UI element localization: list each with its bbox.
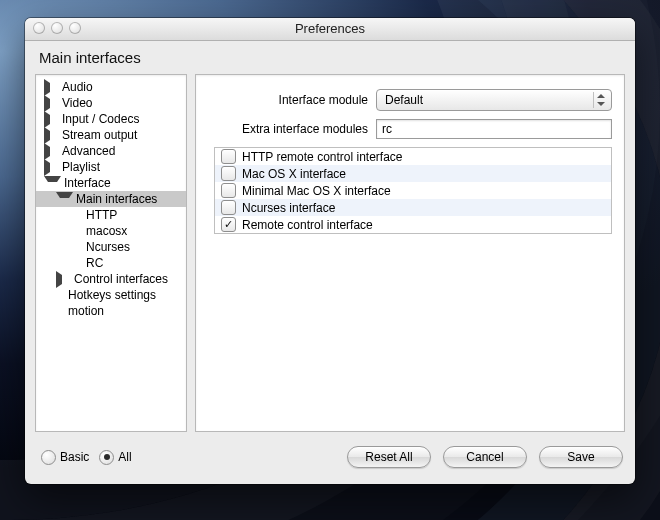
- checklist-row[interactable]: ✓Remote control interface: [215, 216, 611, 233]
- window-title: Preferences: [295, 21, 365, 36]
- tree-item[interactable]: Input / Codecs: [36, 111, 186, 127]
- preferences-window: Preferences Main interfaces AudioVideoIn…: [25, 18, 635, 484]
- tree-item-label: motion: [68, 304, 104, 318]
- tree-item[interactable]: Interface: [36, 175, 186, 191]
- settings-panel: Interface module Default Extra interface…: [195, 74, 625, 432]
- tree-item-label: Hotkeys settings: [68, 288, 156, 302]
- extra-modules-input[interactable]: [376, 119, 612, 139]
- tree-item-label: Interface: [64, 176, 111, 190]
- tree-item-label: Playlist: [62, 160, 100, 174]
- window-traffic-lights: [33, 22, 81, 34]
- disclosure-right-icon[interactable]: [44, 111, 59, 128]
- checkbox[interactable]: [221, 183, 236, 198]
- view-mode-group: Basic All: [35, 450, 132, 465]
- tree-item-label: Main interfaces: [76, 192, 157, 206]
- tree-item[interactable]: Ncurses: [36, 239, 186, 255]
- reset-all-button[interactable]: Reset All: [347, 446, 431, 468]
- disclosure-right-icon[interactable]: [44, 127, 59, 144]
- category-tree[interactable]: AudioVideoInput / CodecsStream outputAdv…: [35, 74, 187, 432]
- basic-mode-radio[interactable]: Basic: [41, 450, 89, 465]
- disclosure-right-icon[interactable]: [44, 143, 59, 160]
- save-button[interactable]: Save: [539, 446, 623, 468]
- interface-module-value: Default: [385, 90, 423, 110]
- checklist-row[interactable]: HTTP remote control interface: [215, 148, 611, 165]
- tree-item-label: Input / Codecs: [62, 112, 139, 126]
- interface-module-label: Interface module: [208, 93, 376, 107]
- tree-item-label: Control interfaces: [74, 272, 168, 286]
- disclosure-right-icon[interactable]: [56, 271, 71, 288]
- checklist-label: Ncurses interface: [242, 201, 335, 215]
- tree-item-label: Audio: [62, 80, 93, 94]
- tree-item-label: macosx: [86, 224, 127, 238]
- tree-item-label: Video: [62, 96, 92, 110]
- all-mode-label: All: [118, 450, 131, 464]
- disclosure-right-icon[interactable]: [44, 159, 59, 176]
- zoom-button[interactable]: [69, 22, 81, 34]
- minimize-button[interactable]: [51, 22, 63, 34]
- interface-checklist: HTTP remote control interfaceMac OS X in…: [214, 147, 612, 234]
- tree-item[interactable]: Video: [36, 95, 186, 111]
- tree-item[interactable]: Advanced: [36, 143, 186, 159]
- disclosure-right-icon[interactable]: [44, 95, 59, 112]
- checklist-row[interactable]: Ncurses interface: [215, 199, 611, 216]
- checklist-label: Minimal Mac OS X interface: [242, 184, 391, 198]
- all-mode-radio[interactable]: All: [99, 450, 131, 465]
- disclosure-down-icon[interactable]: [56, 192, 73, 207]
- action-buttons: Reset All Cancel Save: [347, 446, 625, 468]
- tree-item-label: Advanced: [62, 144, 115, 158]
- checklist-label: HTTP remote control interface: [242, 150, 403, 164]
- tree-item[interactable]: Audio: [36, 79, 186, 95]
- checkbox[interactable]: ✓: [221, 217, 236, 232]
- checklist-label: Remote control interface: [242, 218, 373, 232]
- tree-item[interactable]: HTTP: [36, 207, 186, 223]
- extra-modules-row: Extra interface modules: [208, 119, 612, 139]
- close-button[interactable]: [33, 22, 45, 34]
- tree-item-label: Ncurses: [86, 240, 130, 254]
- select-stepper-icon: [593, 92, 608, 108]
- tree-item[interactable]: Playlist: [36, 159, 186, 175]
- disclosure-right-icon[interactable]: [44, 79, 59, 96]
- tree-item[interactable]: Main interfaces: [36, 191, 186, 207]
- window-titlebar[interactable]: Preferences: [25, 18, 635, 41]
- cancel-button[interactable]: Cancel: [443, 446, 527, 468]
- tree-item-label: HTTP: [86, 208, 117, 222]
- tree-item[interactable]: Control interfaces: [36, 271, 186, 287]
- tree-item-label: Stream output: [62, 128, 137, 142]
- footer: Basic All Reset All Cancel Save: [35, 440, 625, 474]
- checklist-label: Mac OS X interface: [242, 167, 346, 181]
- tree-item[interactable]: Stream output: [36, 127, 186, 143]
- interface-module-row: Interface module Default: [208, 89, 612, 111]
- section-title: Main interfaces: [25, 41, 635, 72]
- checkbox[interactable]: [221, 200, 236, 215]
- disclosure-down-icon[interactable]: [44, 176, 61, 191]
- extra-modules-label: Extra interface modules: [208, 122, 376, 136]
- checkbox[interactable]: [221, 149, 236, 164]
- basic-mode-label: Basic: [60, 450, 89, 464]
- content-area: AudioVideoInput / CodecsStream outputAdv…: [35, 74, 625, 432]
- tree-item-label: RC: [86, 256, 103, 270]
- checklist-row[interactable]: Mac OS X interface: [215, 165, 611, 182]
- checklist-row[interactable]: Minimal Mac OS X interface: [215, 182, 611, 199]
- tree-item[interactable]: RC: [36, 255, 186, 271]
- checkbox[interactable]: [221, 166, 236, 181]
- tree-item[interactable]: motion: [36, 303, 186, 319]
- interface-module-select[interactable]: Default: [376, 89, 612, 111]
- tree-item[interactable]: macosx: [36, 223, 186, 239]
- tree-item[interactable]: Hotkeys settings: [36, 287, 186, 303]
